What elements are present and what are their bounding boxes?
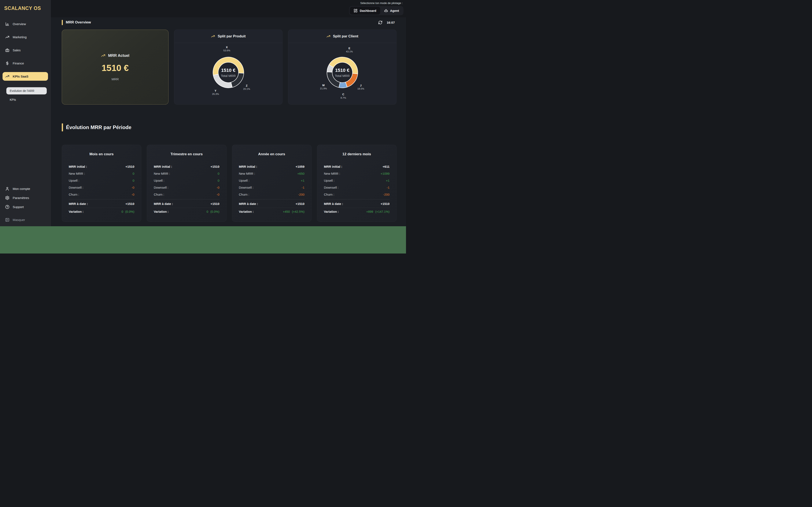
refresh-icon[interactable]: [378, 20, 383, 25]
metric-value: -1: [387, 186, 390, 189]
layout-dashboard-icon: [354, 9, 358, 13]
sidebar-item-label: Masquer: [13, 218, 25, 222]
mode-label: Agent: [390, 9, 399, 12]
trending-up-icon: [5, 74, 9, 78]
period-card: Année en coursMRR initial :+1059New MRR …: [232, 145, 311, 222]
mode-switch: Dashboard Agent: [349, 6, 403, 15]
metric-value: -0: [216, 193, 219, 196]
metric-value: -0: [132, 193, 134, 196]
period-card-title: Trimestre en cours: [154, 152, 219, 156]
metric-label: Variation :: [324, 210, 339, 213]
mode-label: Dashboard: [360, 9, 376, 12]
footer-band: [0, 226, 406, 253]
metric-label: MRR à date :: [69, 202, 88, 206]
help-circle-icon: [5, 205, 9, 209]
period-card: Mois en coursMRR initial :+1510New MRR :…: [62, 145, 141, 222]
metric-row: MRR à date :+1510: [324, 200, 390, 208]
metric-row: New MRR :+1099: [324, 170, 390, 177]
metric-value: +1510: [210, 202, 219, 206]
metric-value: 0: [133, 172, 134, 175]
section-title: Évolution MRR par Période: [66, 124, 131, 130]
donut-segment-Y[interactable]: [213, 74, 232, 88]
sidebar-item-parametres[interactable]: Paramètres: [3, 194, 48, 202]
donut-chart-produit: X53.6%Z20.1%Y26.3%1510 €Total MRR: [174, 43, 282, 104]
metric-value: -0: [216, 186, 219, 189]
metric-value: +1059: [296, 165, 305, 168]
metric-row: Upsell :0: [154, 177, 219, 184]
metric-row: Churn :-200: [324, 191, 390, 198]
metric-label: Downsell :: [239, 186, 254, 189]
metric-value: 0: [217, 172, 219, 175]
metric-label: MRR initial :: [324, 165, 342, 168]
metric-label: MRR à date :: [324, 202, 343, 206]
donut-segment-X[interactable]: [213, 57, 244, 75]
metric-value: +1510: [380, 202, 390, 206]
metric-label: Upsell :: [69, 179, 79, 182]
sidebar-item-support[interactable]: Support: [3, 203, 48, 211]
variation-value: 0(0.0%): [207, 210, 219, 213]
sidebar-item-label: Finance: [13, 61, 24, 65]
sidebar-footer: Mon compte Paramètres Support Masquer: [3, 185, 48, 226]
sidebar-item-finance[interactable]: Finance: [3, 59, 48, 68]
metric-label: Churn :: [239, 193, 249, 196]
sidebar-item-marketing[interactable]: Marketing: [3, 33, 48, 41]
metric-value: +1: [301, 179, 305, 182]
chart-title: Split par Client: [333, 34, 358, 39]
metric-value: +1510: [125, 165, 134, 168]
donut-svg: [311, 41, 374, 104]
metric-row: MRR à date :+1510: [69, 200, 134, 208]
gear-icon: [5, 195, 9, 200]
metric-value: -200: [298, 193, 305, 196]
metric-value: 0: [217, 179, 219, 182]
metric-label: New MRR :: [154, 172, 170, 175]
sidebar-subitem-kpis[interactable]: KPIs: [6, 96, 47, 103]
metric-row: Variation :+899(+147.1%): [324, 208, 390, 216]
chart-title: Split par Produit: [217, 34, 246, 39]
dashboard-mode-button[interactable]: Dashboard: [350, 7, 380, 14]
sidebar-item-mon-compte[interactable]: Mon compte: [3, 185, 48, 193]
sidebar-subitem-evolution-arr[interactable]: Evolution de l'ARR: [6, 87, 47, 95]
metric-label: MRR initial :: [239, 165, 257, 168]
dollar-icon: [5, 61, 9, 65]
sidebar-item-sales[interactable]: Sales: [3, 46, 48, 55]
period-card: Trimestre en coursMRR initial :+1510New …: [147, 145, 226, 222]
sidebar-item-label: Sales: [13, 48, 21, 52]
period-card-title: 12 derniers mois: [324, 152, 390, 156]
metric-value: +1: [386, 179, 390, 182]
metric-label: Churn :: [324, 193, 334, 196]
topbar: Sélectionne ton mode de pilotage : Dashb…: [51, 0, 406, 17]
overview-cards-row: MRR Actuel 1510 € MRR Split par Produit …: [62, 30, 397, 105]
metric-value: -1: [302, 186, 304, 189]
metric-row: New MRR :0: [69, 170, 134, 177]
mrr-actuel-card: MRR Actuel 1510 € MRR: [62, 30, 168, 105]
agent-mode-button[interactable]: Agent: [380, 7, 403, 14]
metric-label: Downsell :: [324, 186, 339, 189]
metric-value: +650: [297, 172, 305, 175]
metric-row: Downsell :-0: [69, 184, 134, 191]
metric-value: +1510: [210, 165, 219, 168]
donut-segment-M[interactable]: [327, 72, 340, 88]
sidebar-item-overview[interactable]: Overview: [3, 20, 48, 28]
metric-value: -0: [132, 186, 134, 189]
metric-label: MRR à date :: [239, 202, 258, 206]
metric-row: Variation :0(0.0%): [154, 208, 219, 216]
metric-label: Churn :: [69, 193, 79, 196]
robot-icon: [384, 9, 388, 13]
metric-label: Churn :: [154, 193, 164, 196]
donut-segment-E[interactable]: [329, 57, 358, 74]
metric-label: MRR initial :: [69, 165, 87, 168]
metric-label: Variation :: [69, 210, 84, 213]
sidebar-item-label: Support: [13, 205, 24, 209]
sidebar-item-masquer[interactable]: Masquer: [3, 216, 48, 224]
variation-value: +450(+42.5%): [283, 210, 305, 213]
donut-segment-Z[interactable]: [231, 73, 244, 87]
donut-segment-J[interactable]: [346, 73, 358, 87]
page-title: MRR Overview: [66, 20, 91, 24]
sidebar-item-kpis-saas[interactable]: KPIs SaaS: [3, 72, 48, 81]
kpi-card-title: MRR Actuel: [108, 53, 129, 58]
mrr-overview-header: MRR Overview 16:07: [62, 19, 397, 26]
metric-row: MRR à date :+1510: [154, 200, 219, 208]
metric-label: Variation :: [239, 210, 254, 213]
sidebar-item-label: Mon compte: [13, 187, 30, 190]
metric-label: Upsell :: [239, 179, 250, 182]
